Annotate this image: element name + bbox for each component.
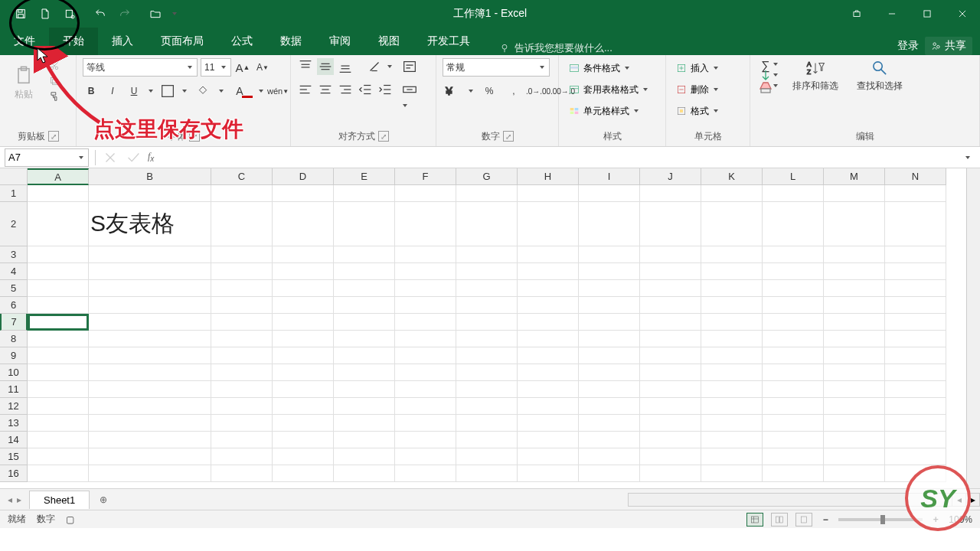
decrease-indent-icon[interactable] bbox=[357, 81, 374, 98]
cell[interactable] bbox=[456, 465, 518, 482]
cell[interactable] bbox=[28, 314, 89, 331]
row-header[interactable]: 7 bbox=[0, 314, 28, 331]
fill-color-icon[interactable] bbox=[193, 83, 213, 99]
cell[interactable] bbox=[885, 331, 946, 347]
cell[interactable] bbox=[211, 280, 273, 297]
cell[interactable] bbox=[334, 364, 395, 381]
cell[interactable] bbox=[28, 280, 89, 297]
cell[interactable] bbox=[211, 465, 273, 482]
row-header[interactable]: 1 bbox=[0, 185, 28, 202]
cell[interactable] bbox=[763, 398, 824, 415]
cell[interactable] bbox=[701, 263, 763, 280]
cell[interactable] bbox=[89, 263, 211, 280]
merge-dropdown[interactable] bbox=[401, 104, 409, 107]
align-dialog-launcher[interactable]: ⤢ bbox=[378, 131, 389, 142]
column-header[interactable]: K bbox=[701, 168, 763, 185]
bold-button[interactable]: B bbox=[83, 83, 100, 99]
fill-dropdown[interactable] bbox=[772, 73, 779, 77]
row-header[interactable]: 6 bbox=[0, 297, 28, 314]
view-page-layout-icon[interactable] bbox=[771, 513, 788, 527]
row-header[interactable]: 5 bbox=[0, 280, 28, 297]
cell[interactable] bbox=[824, 185, 885, 202]
cell[interactable] bbox=[89, 331, 211, 347]
cell[interactable] bbox=[579, 331, 640, 347]
cell[interactable] bbox=[763, 314, 824, 331]
column-header[interactable]: B bbox=[89, 168, 211, 185]
cell[interactable] bbox=[211, 246, 273, 263]
cell[interactable] bbox=[456, 415, 518, 432]
tab-formulas[interactable]: 公式 bbox=[217, 28, 266, 55]
cell[interactable] bbox=[824, 415, 885, 432]
cell[interactable] bbox=[640, 415, 701, 432]
cell[interactable] bbox=[885, 415, 946, 432]
cell[interactable] bbox=[579, 398, 640, 415]
column-header[interactable]: M bbox=[824, 168, 885, 185]
cell[interactable] bbox=[28, 246, 89, 263]
decrease-font-icon[interactable]: A▼ bbox=[254, 59, 271, 76]
cell[interactable] bbox=[211, 364, 273, 381]
cell[interactable] bbox=[824, 246, 885, 263]
cell[interactable] bbox=[334, 398, 395, 415]
cell[interactable] bbox=[518, 185, 579, 202]
phonetic-icon[interactable]: wén▼ bbox=[270, 83, 286, 99]
cell[interactable] bbox=[273, 331, 334, 347]
cell[interactable] bbox=[28, 432, 89, 448]
cell[interactable] bbox=[701, 280, 763, 297]
cell[interactable] bbox=[273, 398, 334, 415]
cell[interactable] bbox=[640, 314, 701, 331]
find-select-button[interactable]: 查找和选择 bbox=[851, 58, 908, 93]
redo-icon[interactable] bbox=[113, 2, 136, 25]
delete-cells-button[interactable]: 删除 bbox=[672, 80, 741, 99]
column-header[interactable]: L bbox=[763, 168, 824, 185]
cell[interactable] bbox=[885, 280, 946, 297]
italic-button[interactable]: I bbox=[104, 83, 121, 99]
cell[interactable] bbox=[824, 448, 885, 465]
expand-formula-bar-icon[interactable] bbox=[959, 148, 977, 167]
cell[interactable] bbox=[640, 347, 701, 364]
view-normal-icon[interactable] bbox=[746, 513, 763, 527]
format-cells-button[interactable]: 格式 bbox=[672, 101, 741, 121]
row-header[interactable]: 15 bbox=[0, 448, 28, 465]
cell[interactable] bbox=[701, 448, 763, 465]
minimize-icon[interactable] bbox=[874, 0, 910, 28]
name-box[interactable]: A7 bbox=[5, 148, 89, 167]
underline-dropdown[interactable] bbox=[147, 90, 155, 93]
cell[interactable] bbox=[395, 381, 456, 398]
cell[interactable] bbox=[701, 297, 763, 314]
cell[interactable] bbox=[456, 432, 518, 448]
cell[interactable] bbox=[456, 331, 518, 347]
cancel-formula-icon[interactable] bbox=[102, 149, 119, 166]
cell[interactable] bbox=[89, 415, 211, 432]
cell[interactable] bbox=[885, 364, 946, 381]
cell[interactable] bbox=[395, 314, 456, 331]
cell[interactable] bbox=[579, 381, 640, 398]
cell[interactable] bbox=[701, 381, 763, 398]
tab-data[interactable]: 数据 bbox=[266, 28, 315, 55]
cell[interactable] bbox=[28, 448, 89, 465]
conditional-formatting-button[interactable]: 条件格式 bbox=[565, 58, 657, 78]
border-dropdown[interactable] bbox=[181, 90, 188, 93]
wrap-text-icon[interactable] bbox=[401, 58, 418, 75]
cell[interactable] bbox=[395, 331, 456, 347]
cell[interactable] bbox=[395, 364, 456, 381]
cell[interactable] bbox=[273, 246, 334, 263]
cell[interactable] bbox=[334, 314, 395, 331]
cell[interactable] bbox=[211, 297, 273, 314]
cell[interactable] bbox=[640, 263, 701, 280]
cell[interactable] bbox=[334, 185, 395, 202]
cell[interactable] bbox=[518, 415, 579, 432]
cell[interactable] bbox=[334, 263, 395, 280]
clear-icon[interactable] bbox=[756, 80, 775, 95]
cell[interactable] bbox=[640, 448, 701, 465]
cell[interactable] bbox=[763, 297, 824, 314]
sort-filter-button[interactable]: AZ 排序和筛选 bbox=[787, 58, 844, 93]
cell[interactable] bbox=[579, 263, 640, 280]
cell[interactable] bbox=[579, 297, 640, 314]
cell[interactable] bbox=[885, 202, 946, 246]
cell[interactable] bbox=[334, 347, 395, 364]
cell[interactable] bbox=[579, 465, 640, 482]
row-header[interactable]: 10 bbox=[0, 364, 28, 381]
fill-color-dropdown[interactable] bbox=[217, 90, 225, 93]
cell[interactable] bbox=[518, 465, 579, 482]
cell[interactable] bbox=[518, 448, 579, 465]
